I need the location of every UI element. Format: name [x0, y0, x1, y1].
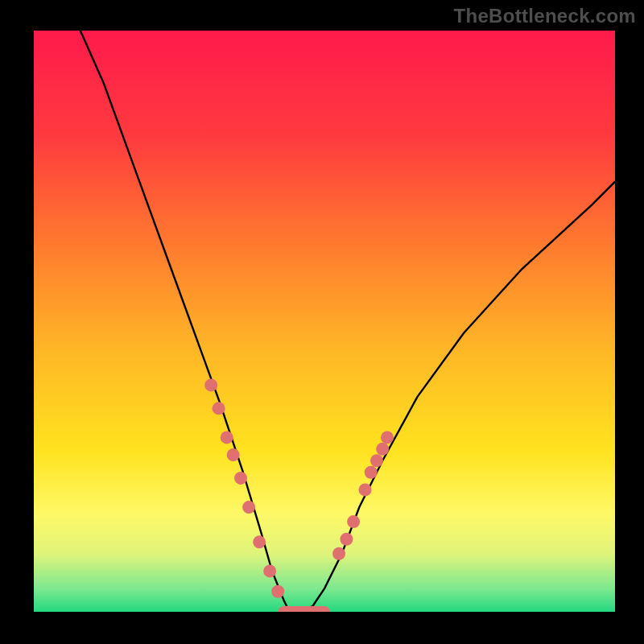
curve-marker [370, 454, 383, 467]
chart-frame: TheBottleneck.com [0, 0, 644, 644]
watermark-text: TheBottleneck.com [454, 5, 636, 27]
curve-marker [227, 448, 240, 461]
curve-marker [204, 378, 217, 391]
curve-marker [263, 564, 276, 577]
curve-marker [271, 585, 284, 598]
curve-marker [234, 472, 247, 485]
curve-marker [242, 501, 255, 514]
plot-area [34, 31, 615, 612]
curve-marker [376, 443, 389, 456]
curve-marker [221, 431, 233, 444]
curve-marker [381, 431, 394, 444]
curve-marker [359, 483, 372, 496]
curve-marker [365, 466, 378, 479]
curve-marker [332, 547, 345, 560]
gradient-background [34, 31, 615, 612]
plot-svg [34, 31, 615, 612]
curve-marker [347, 515, 360, 528]
curve-marker [340, 533, 353, 546]
curve-marker [253, 535, 266, 548]
curve-marker [213, 402, 225, 415]
